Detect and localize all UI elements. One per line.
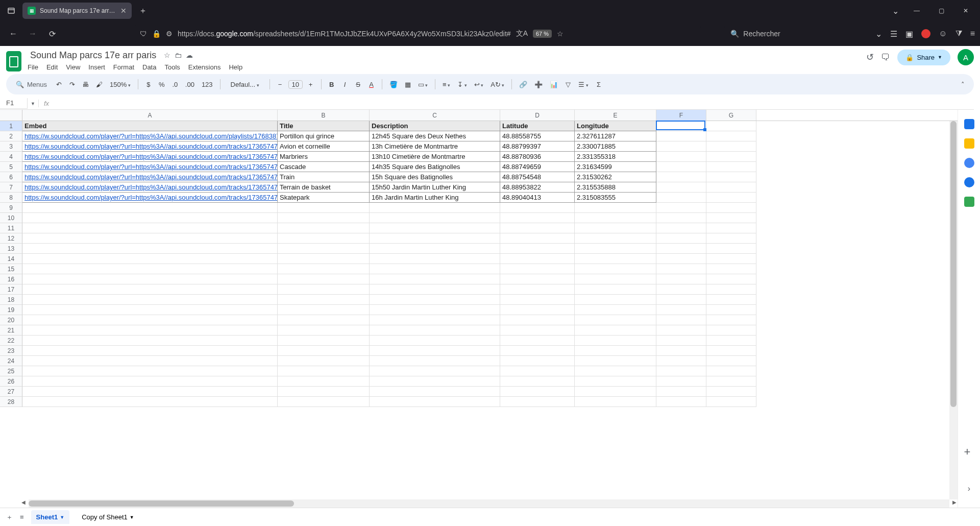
window-minimize[interactable]: ― <box>906 3 927 19</box>
cell[interactable] <box>706 203 756 213</box>
cell[interactable]: https://w.soundcloud.com/player/?url=htt… <box>22 182 278 193</box>
cell[interactable]: Title <box>278 121 370 131</box>
zoom-dropdown[interactable]: 150% <box>108 80 133 89</box>
row-header[interactable]: 3 <box>0 141 22 152</box>
column-header[interactable]: D <box>500 110 575 121</box>
cell[interactable] <box>656 213 706 223</box>
bookmark-star-icon[interactable]: ☆ <box>557 30 564 38</box>
cell[interactable] <box>500 244 575 254</box>
forward-button[interactable]: → <box>24 26 41 42</box>
cell[interactable] <box>370 264 500 274</box>
hide-sidepanel-button[interactable]: › <box>968 484 970 493</box>
cell[interactable] <box>575 387 656 397</box>
doc-title-input[interactable]: Sound Map parcs 17e arr paris <box>27 49 160 62</box>
cell[interactable]: Train <box>278 172 370 182</box>
cell[interactable] <box>706 152 756 162</box>
row-header[interactable]: 1 <box>0 121 22 131</box>
cell[interactable] <box>278 397 370 407</box>
cell[interactable]: Terrain de basket <box>278 182 370 193</box>
cell[interactable] <box>278 233 370 244</box>
window-close[interactable]: ✕ <box>955 3 976 19</box>
row-header[interactable]: 7 <box>0 182 22 193</box>
add-sheet-button[interactable]: ＋ <box>6 513 13 522</box>
cell[interactable] <box>575 274 656 284</box>
translate-icon[interactable]: 文A <box>516 29 528 38</box>
cell[interactable] <box>500 325 575 336</box>
cell[interactable]: 48.88558755 <box>500 131 575 141</box>
fillcolor-button[interactable]: 🪣 <box>387 80 400 89</box>
cell[interactable] <box>706 387 756 397</box>
moreformats-button[interactable]: 123 <box>200 80 215 89</box>
sheet-tab-active[interactable]: Sheet1 ▼ <box>31 510 70 524</box>
contacts-icon[interactable] <box>964 177 974 187</box>
cell[interactable]: 48.88780936 <box>500 152 575 162</box>
cell[interactable] <box>656 336 706 346</box>
cell[interactable] <box>575 356 656 366</box>
wrap-button[interactable]: ↩ <box>472 80 486 89</box>
new-tab-button[interactable]: ＋ <box>136 4 150 18</box>
cell[interactable] <box>706 182 756 193</box>
cell[interactable] <box>500 274 575 284</box>
cell[interactable] <box>278 346 370 356</box>
cell[interactable] <box>656 387 706 397</box>
cell[interactable] <box>706 264 756 274</box>
cell[interactable] <box>370 356 500 366</box>
url-field[interactable]: 🛡 🔒 ⚙ https://docs.google.com/spreadshee… <box>135 25 701 43</box>
cell[interactable]: 13h10 Cimetière de Montmartre <box>370 152 500 162</box>
cell[interactable] <box>278 213 370 223</box>
cell[interactable] <box>22 254 278 264</box>
cell[interactable] <box>500 356 575 366</box>
cell[interactable] <box>278 305 370 315</box>
cell[interactable] <box>706 315 756 325</box>
filter-button[interactable]: ▽ <box>563 80 573 89</box>
cell[interactable] <box>278 295 370 305</box>
sidebar-icon[interactable]: ▣ <box>905 29 913 39</box>
cloud-status-icon[interactable]: ☁ <box>186 51 193 59</box>
cell[interactable]: 2.331355318 <box>575 152 656 162</box>
cell[interactable] <box>706 376 756 387</box>
pocket-icon[interactable]: ⌄ <box>875 29 882 39</box>
row-header[interactable]: 28 <box>0 397 22 407</box>
cell[interactable]: https://w.soundcloud.com/player/?url=htt… <box>22 193 278 203</box>
functions-button[interactable]: Σ <box>594 80 604 89</box>
row-header[interactable]: 4 <box>0 152 22 162</box>
cell[interactable] <box>656 284 706 295</box>
row-header[interactable]: 2 <box>0 131 22 141</box>
cell[interactable] <box>22 284 278 295</box>
cell[interactable]: 2.315535888 <box>575 182 656 193</box>
merge-button[interactable]: ▭ <box>416 80 430 89</box>
cell[interactable] <box>500 397 575 407</box>
cell[interactable]: 2.315083555 <box>575 193 656 203</box>
cell[interactable] <box>370 325 500 336</box>
menu-icon[interactable]: ≡ <box>970 29 975 38</box>
row-header[interactable]: 5 <box>0 162 22 172</box>
cell[interactable]: 15h50 Jardin Martin Luther King <box>370 182 500 193</box>
cell[interactable] <box>500 264 575 274</box>
cell[interactable] <box>500 366 575 376</box>
reload-button[interactable]: ⟳ <box>44 26 60 42</box>
column-header[interactable]: A <box>22 110 278 121</box>
cell[interactable] <box>656 233 706 244</box>
cell[interactable]: 12h45 Square des Deux Nethes <box>370 131 500 141</box>
cell[interactable] <box>278 336 370 346</box>
sheet-tab[interactable]: Copy of Sheet1 ▼ <box>77 510 139 524</box>
account-avatar[interactable]: A <box>958 49 974 65</box>
row-header[interactable]: 16 <box>0 274 22 284</box>
cell[interactable] <box>706 284 756 295</box>
menu-tools[interactable]: Tools <box>164 63 180 71</box>
cell[interactable] <box>370 254 500 264</box>
cell[interactable]: Longitude <box>575 121 656 131</box>
select-all-corner[interactable] <box>0 110 22 121</box>
filterviews-button[interactable]: ☰ <box>576 80 591 89</box>
calendar-icon[interactable] <box>964 119 974 129</box>
cell[interactable] <box>656 315 706 325</box>
zoom-badge[interactable]: 67 % <box>533 30 552 38</box>
cell[interactable] <box>370 295 500 305</box>
italic-button[interactable]: I <box>340 80 350 89</box>
cell[interactable] <box>370 203 500 213</box>
row-header[interactable]: 17 <box>0 284 22 295</box>
cell[interactable] <box>22 397 278 407</box>
cell[interactable] <box>370 387 500 397</box>
cell[interactable] <box>500 223 575 233</box>
cell[interactable] <box>500 336 575 346</box>
